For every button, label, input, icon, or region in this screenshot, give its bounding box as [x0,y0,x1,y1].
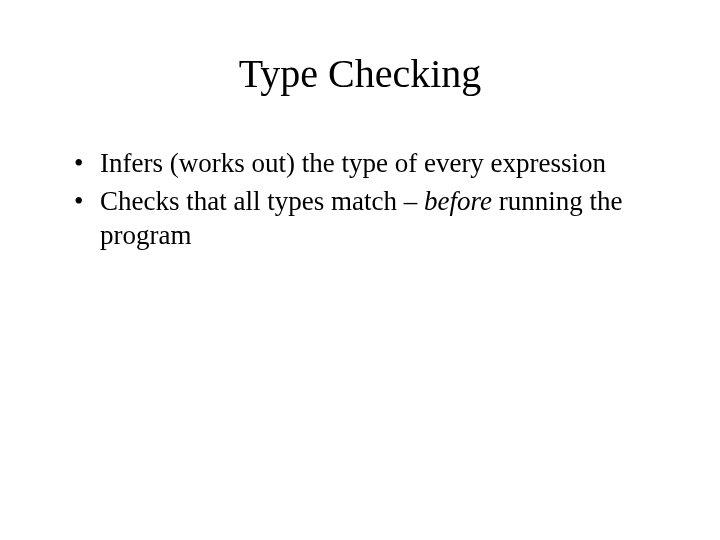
slide: Type Checking Infers (works out) the typ… [0,0,720,540]
bullet-item: Infers (works out) the type of every exp… [70,147,660,181]
bullet-text-prefix: Infers (works out) the type of every exp… [100,148,606,178]
slide-title: Type Checking [60,50,660,97]
bullet-item: Checks that all types match – before run… [70,185,660,253]
bullet-list: Infers (works out) the type of every exp… [60,147,660,252]
bullet-text-prefix: Checks that all types match – [100,186,424,216]
bullet-text-italic: before [424,186,492,216]
